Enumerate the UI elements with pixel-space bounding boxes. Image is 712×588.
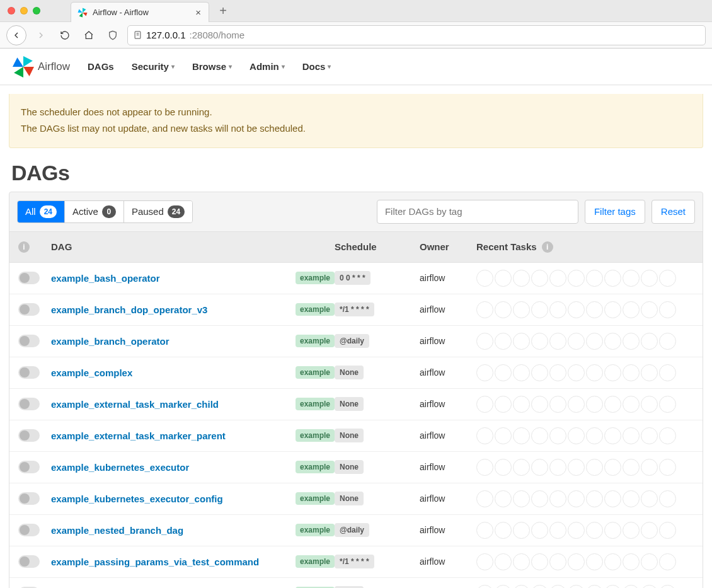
task-status-circle[interactable] — [641, 333, 658, 350]
browser-reload-button[interactable] — [55, 26, 74, 45]
task-status-circle[interactable] — [568, 270, 585, 287]
task-status-circle[interactable] — [659, 553, 676, 570]
task-status-circle[interactable] — [604, 396, 621, 413]
task-status-circle[interactable] — [586, 427, 603, 444]
task-status-circle[interactable] — [623, 364, 640, 381]
task-status-circle[interactable] — [513, 553, 530, 570]
dag-tag[interactable]: example — [296, 272, 335, 284]
task-status-circle[interactable] — [513, 301, 530, 318]
task-status-circle[interactable] — [641, 396, 658, 413]
task-status-circle[interactable] — [568, 459, 585, 476]
task-status-circle[interactable] — [659, 427, 676, 444]
task-status-circle[interactable] — [513, 270, 530, 287]
task-status-circle[interactable] — [641, 301, 658, 318]
schedule-badge[interactable]: None — [335, 429, 364, 442]
browser-tab[interactable]: Airflow - Airflow × — [71, 2, 209, 22]
dag-tag[interactable]: example — [296, 335, 335, 347]
dag-tag[interactable]: example — [296, 366, 335, 379]
info-icon[interactable]: i — [18, 241, 30, 253]
task-status-circle[interactable] — [659, 396, 676, 413]
task-status-circle[interactable] — [641, 522, 658, 539]
task-status-circle[interactable] — [531, 333, 548, 350]
shield-icon[interactable] — [103, 26, 122, 45]
dag-pause-toggle[interactable] — [18, 366, 40, 379]
dag-pause-toggle[interactable] — [18, 524, 40, 536]
task-status-circle[interactable] — [604, 585, 621, 589]
dag-link[interactable]: example_branch_operator — [51, 336, 169, 347]
task-status-circle[interactable] — [623, 333, 640, 350]
task-status-circle[interactable] — [623, 301, 640, 318]
nav-admin[interactable]: Admin▾ — [250, 61, 285, 72]
task-status-circle[interactable] — [513, 427, 530, 444]
browser-home-button[interactable] — [79, 26, 98, 45]
dag-tag[interactable]: example — [296, 524, 335, 536]
task-status-circle[interactable] — [531, 301, 548, 318]
task-status-circle[interactable] — [659, 490, 676, 507]
browser-forward-button[interactable] — [32, 26, 50, 45]
task-status-circle[interactable] — [549, 301, 566, 318]
nav-security[interactable]: Security▾ — [132, 61, 175, 72]
task-status-circle[interactable] — [531, 364, 548, 381]
browser-url-bar[interactable]: 127.0.0.1:28080/home — [127, 25, 706, 45]
segment-all[interactable]: All 24 — [18, 201, 64, 222]
task-status-circle[interactable] — [623, 553, 640, 570]
task-status-circle[interactable] — [623, 459, 640, 476]
task-status-circle[interactable] — [495, 427, 512, 444]
dag-link[interactable]: example_branch_dop_operator_v3 — [51, 304, 207, 315]
schedule-badge[interactable]: @daily — [335, 523, 369, 537]
dag-tag[interactable]: example — [296, 429, 335, 442]
window-minimize-icon[interactable] — [20, 7, 28, 14]
task-status-circle[interactable] — [495, 396, 512, 413]
schedule-badge[interactable]: */1 * * * * — [335, 303, 374, 316]
reset-button[interactable]: Reset — [652, 200, 695, 224]
schedule-badge[interactable]: None — [335, 397, 364, 411]
task-status-circle[interactable] — [659, 522, 676, 539]
dag-pause-toggle[interactable] — [18, 429, 40, 442]
task-status-circle[interactable] — [476, 396, 493, 413]
task-status-circle[interactable] — [623, 522, 640, 539]
schedule-badge[interactable]: @daily — [335, 334, 369, 348]
task-status-circle[interactable] — [586, 522, 603, 539]
tab-close-icon[interactable]: × — [194, 7, 202, 18]
task-status-circle[interactable] — [604, 301, 621, 318]
task-status-circle[interactable] — [513, 490, 530, 507]
task-status-circle[interactable] — [568, 301, 585, 318]
task-status-circle[interactable] — [476, 427, 493, 444]
task-status-circle[interactable] — [659, 333, 676, 350]
task-status-circle[interactable] — [531, 459, 548, 476]
task-status-circle[interactable] — [495, 522, 512, 539]
task-status-circle[interactable] — [476, 270, 493, 287]
dag-link[interactable]: example_nested_branch_dag — [51, 525, 183, 536]
schedule-badge[interactable]: 0 0 * * * — [335, 271, 370, 285]
task-status-circle[interactable] — [586, 459, 603, 476]
tag-filter-input[interactable] — [377, 200, 578, 224]
task-status-circle[interactable] — [531, 427, 548, 444]
task-status-circle[interactable] — [641, 270, 658, 287]
brand[interactable]: Airflow — [13, 56, 70, 78]
nav-docs[interactable]: Docs▾ — [302, 61, 331, 72]
schedule-badge[interactable]: None — [335, 492, 364, 505]
task-status-circle[interactable] — [604, 427, 621, 444]
nav-dags[interactable]: DAGs — [88, 61, 114, 72]
task-status-circle[interactable] — [586, 553, 603, 570]
segment-paused[interactable]: Paused 24 — [123, 201, 192, 222]
task-status-circle[interactable] — [476, 490, 493, 507]
task-status-circle[interactable] — [641, 427, 658, 444]
task-status-circle[interactable] — [513, 459, 530, 476]
task-status-circle[interactable] — [495, 490, 512, 507]
task-status-circle[interactable] — [476, 333, 493, 350]
task-status-circle[interactable] — [476, 585, 493, 589]
browser-back-button[interactable] — [6, 25, 26, 45]
task-status-circle[interactable] — [604, 459, 621, 476]
task-status-circle[interactable] — [476, 364, 493, 381]
task-status-circle[interactable] — [586, 301, 603, 318]
dag-pause-toggle[interactable] — [18, 272, 40, 284]
dag-pause-toggle[interactable] — [18, 335, 40, 347]
task-status-circle[interactable] — [495, 364, 512, 381]
task-status-circle[interactable] — [513, 585, 530, 589]
task-status-circle[interactable] — [549, 553, 566, 570]
dag-link[interactable]: example_kubernetes_executor — [51, 462, 189, 473]
task-status-circle[interactable] — [568, 585, 585, 589]
task-status-circle[interactable] — [531, 396, 548, 413]
task-status-circle[interactable] — [549, 333, 566, 350]
